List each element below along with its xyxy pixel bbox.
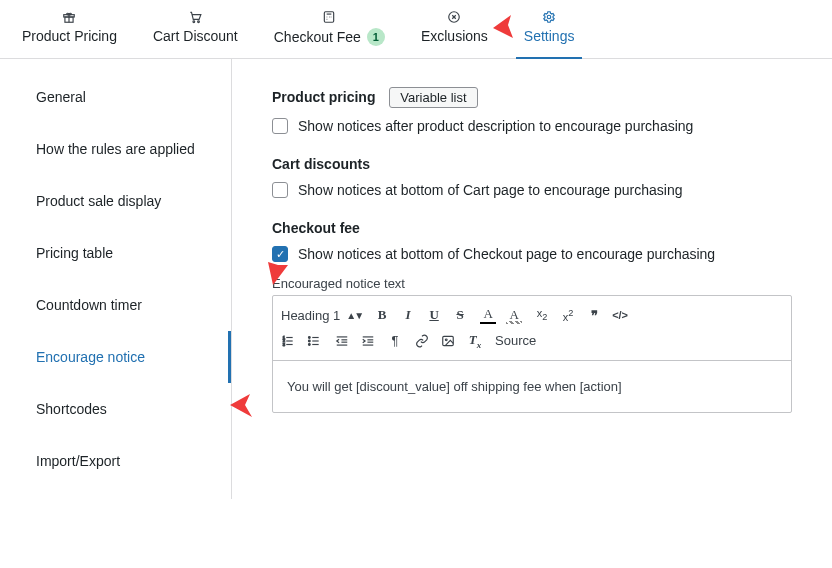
sidebar-item-pricing-table[interactable]: Pricing table — [0, 227, 231, 279]
cart-discounts-check-row: Show notices at bottom of Cart page to e… — [272, 182, 792, 198]
sidebar-item-rules-applied[interactable]: How the rules are applied — [0, 123, 231, 175]
svg-point-24 — [308, 336, 310, 338]
toolbar-row-1: Heading 1 ▲▼ B I U S A A — [281, 302, 783, 328]
gift-icon — [62, 10, 76, 24]
product-pricing-check-label: Show notices after product description t… — [298, 118, 693, 134]
toolbar-row-2: 123 ¶ Tx Source — [281, 328, 783, 354]
editor-toolbar: Heading 1 ▲▼ B I U S A A — [273, 296, 791, 361]
checkout-fee-title: Checkout fee — [272, 220, 792, 236]
editor-label: Encouraged notice text — [272, 276, 792, 291]
content-area: General How the rules are applied Produc… — [0, 59, 832, 499]
source-button[interactable]: Source — [495, 333, 536, 348]
sidebar-item-label: General — [36, 89, 86, 105]
checkout-fee-check-label: Show notices at bottom of Checkout page … — [298, 246, 715, 262]
heading-select-label: Heading 1 — [281, 308, 340, 323]
checkout-fee-check-row: Show notices at bottom of Checkout page … — [272, 246, 792, 262]
app-wrapper: Product Pricing Cart Discount Checkout F… — [0, 0, 832, 499]
tab-text: Checkout Fee — [274, 29, 361, 45]
cart-discounts-section: Cart discounts Show notices at bottom of… — [272, 156, 792, 198]
sidebar-item-label: Shortcodes — [36, 401, 107, 417]
tab-cart-discount[interactable]: Cart Discount — [135, 0, 256, 58]
sidebar-item-encourage-notice[interactable]: Encourage notice — [0, 331, 231, 383]
product-pricing-checkbox[interactable] — [272, 118, 288, 134]
image-button[interactable] — [441, 334, 457, 348]
settings-sidebar: General How the rules are applied Produc… — [0, 59, 232, 499]
main-panel: Product pricing Variable list Show notic… — [232, 59, 832, 499]
checkout-fee-checkbox[interactable] — [272, 246, 288, 262]
cart-discounts-title: Cart discounts — [272, 156, 792, 172]
gear-icon — [542, 10, 556, 24]
sidebar-item-label: Pricing table — [36, 245, 113, 261]
format-group: B I U S — [374, 307, 468, 323]
tab-label: Checkout Fee 1 — [274, 28, 385, 46]
heading-select[interactable]: Heading 1 ▲▼ — [281, 308, 362, 323]
editor-body[interactable]: You will get [discount_value] off shippi… — [273, 361, 791, 412]
sidebar-item-label: Import/Export — [36, 453, 120, 469]
sidebar-item-label: Encourage notice — [36, 349, 145, 365]
product-pricing-title: Product pricing — [272, 89, 375, 105]
indent-button[interactable] — [361, 334, 377, 348]
strikethrough-button[interactable]: S — [452, 307, 468, 323]
color-group: A A — [480, 306, 522, 324]
sidebar-item-shortcodes[interactable]: Shortcodes — [0, 383, 231, 435]
underline-button[interactable]: U — [426, 307, 442, 323]
bullet-list-button[interactable] — [307, 334, 323, 348]
cart-discounts-checkbox[interactable] — [272, 182, 288, 198]
indent-group: ¶ — [335, 333, 403, 348]
clear-format-button[interactable]: Tx — [467, 332, 483, 350]
numbered-list-button[interactable]: 123 — [281, 334, 297, 348]
cart-discounts-check-label: Show notices at bottom of Cart page to e… — [298, 182, 682, 198]
italic-button[interactable]: I — [400, 307, 416, 323]
product-pricing-section: Product pricing Variable list Show notic… — [272, 87, 792, 134]
insert-group: Tx — [415, 332, 483, 350]
sidebar-item-general[interactable]: General — [0, 71, 231, 123]
svg-point-36 — [445, 339, 447, 341]
svg-point-26 — [308, 343, 310, 345]
tab-exclusions[interactable]: Exclusions — [403, 0, 506, 58]
link-button[interactable] — [415, 334, 431, 348]
sidebar-item-countdown-timer[interactable]: Countdown timer — [0, 279, 231, 331]
sidebar-item-label: How the rules are applied — [36, 141, 195, 157]
updown-icon: ▲▼ — [346, 310, 362, 321]
top-tabs: Product Pricing Cart Discount Checkout F… — [0, 0, 832, 59]
sidebar-item-product-sale-display[interactable]: Product sale display — [0, 175, 231, 227]
svg-point-3 — [193, 21, 195, 23]
tab-checkout-fee[interactable]: Checkout Fee 1 — [256, 0, 403, 58]
tab-product-pricing[interactable]: Product Pricing — [4, 0, 135, 58]
svg-point-25 — [308, 340, 310, 342]
calc-icon — [322, 10, 336, 24]
superscript-button[interactable]: x2 — [560, 308, 576, 323]
tab-label: Product Pricing — [22, 28, 117, 44]
text-color-button[interactable]: A — [480, 306, 496, 324]
subscript-button[interactable]: x2 — [534, 307, 550, 322]
checkout-fee-section: Checkout fee Show notices at bottom of C… — [272, 220, 792, 413]
checkout-fee-badge: 1 — [367, 28, 385, 46]
outdent-button[interactable] — [335, 334, 351, 348]
cart-icon — [188, 10, 202, 24]
svg-point-14 — [547, 15, 551, 19]
sidebar-item-label: Countdown timer — [36, 297, 142, 313]
bg-color-button[interactable]: A — [506, 307, 522, 323]
tab-settings[interactable]: Settings — [506, 0, 593, 58]
variable-list-button[interactable]: Variable list — [389, 87, 477, 108]
product-pricing-check-row: Show notices after product description t… — [272, 118, 792, 134]
code-button[interactable]: </> — [612, 309, 628, 321]
tab-label: Cart Discount — [153, 28, 238, 44]
tab-label: Exclusions — [421, 28, 488, 44]
tab-label: Settings — [524, 28, 575, 44]
script-group: x2 x2 ❞ </> — [534, 307, 628, 322]
svg-text:3: 3 — [283, 341, 286, 346]
bold-button[interactable]: B — [374, 307, 390, 323]
quote-button[interactable]: ❞ — [586, 308, 602, 323]
rich-text-editor: Heading 1 ▲▼ B I U S A A — [272, 295, 792, 413]
x-circle-icon — [447, 10, 461, 24]
sidebar-item-import-export[interactable]: Import/Export — [0, 435, 231, 487]
sidebar-item-label: Product sale display — [36, 193, 161, 209]
paragraph-button[interactable]: ¶ — [387, 333, 403, 348]
list-group: 123 — [281, 334, 323, 348]
svg-point-4 — [198, 21, 200, 23]
